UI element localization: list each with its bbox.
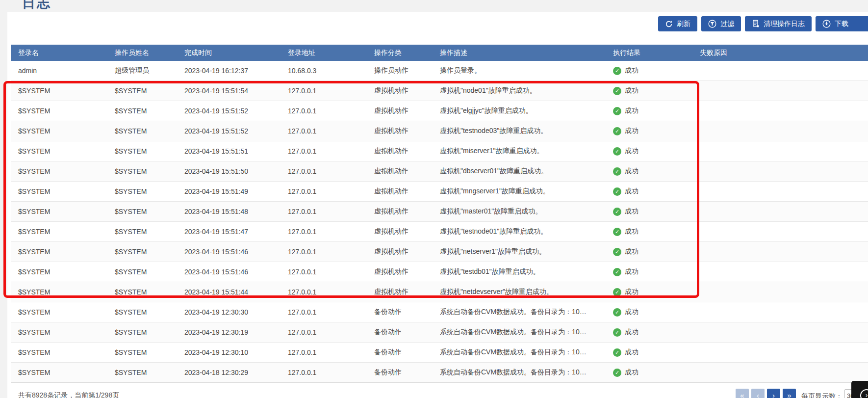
cell-finish-time: 2023-04-19 16:12:37 <box>177 61 281 81</box>
success-check-icon: ✓ <box>613 308 621 317</box>
cell-description: 虚拟机"testdb01"故障重启成功。 <box>433 262 606 282</box>
table-row: admin超级管理员2023-04-19 16:12:3710.68.0.3操作… <box>11 61 868 81</box>
record-count-summary: 共有8928条记录，当前第1/298页 <box>18 391 119 398</box>
cell-result: ✓成功 <box>606 363 692 383</box>
result-status-text: 成功 <box>625 368 638 377</box>
cell-login: $SYSTEM <box>11 182 107 202</box>
cell-login: $SYSTEM <box>11 363 107 383</box>
success-check-icon: ✓ <box>613 288 621 296</box>
refresh-icon <box>665 20 673 28</box>
col-header-failure-reason: 失败原因 <box>692 45 868 61</box>
filter-button[interactable]: 过滤 <box>701 16 741 31</box>
page-size-label: 每页显示数： <box>801 392 842 398</box>
cell-operator: $SYSTEM <box>107 343 177 363</box>
cell-description: 系统自动备份CVM数据成功。备份目录为：10… <box>433 363 606 383</box>
table-row: $SYSTEM$SYSTEM2023-04-19 15:51:46127.0.0… <box>11 262 868 282</box>
table-row: $SYSTEM$SYSTEM2023-04-19 15:51:51127.0.0… <box>11 141 868 161</box>
cell-result: ✓成功 <box>606 202 692 222</box>
cell-failure-reason <box>692 81 868 101</box>
first-page-button[interactable]: « <box>736 389 749 398</box>
cell-finish-time: 2023-04-19 15:51:48 <box>177 202 281 222</box>
table-row: $SYSTEM$SYSTEM2023-04-19 15:51:52127.0.0… <box>11 101 868 121</box>
cell-finish-time: 2023-04-19 15:51:51 <box>177 141 281 161</box>
refresh-button[interactable]: 刷新 <box>658 16 697 31</box>
cell-failure-reason <box>692 141 868 161</box>
cell-category: 备份动作 <box>367 322 433 343</box>
success-check-icon: ✓ <box>613 147 621 156</box>
cell-login-address: 127.0.0.1 <box>281 262 367 282</box>
corner-expand-widget[interactable]: › <box>851 381 868 398</box>
cell-login-address: 127.0.0.1 <box>281 121 367 141</box>
table-row: $SYSTEM$SYSTEM2023-04-19 12:30:10127.0.0… <box>11 343 868 363</box>
cell-login-address: 127.0.0.1 <box>281 282 367 302</box>
cell-category: 备份动作 <box>367 343 433 363</box>
cell-result: ✓成功 <box>606 242 692 262</box>
success-check-icon: ✓ <box>613 228 621 236</box>
cell-login-address: 127.0.0.1 <box>281 161 367 182</box>
cell-category: 虚拟机动作 <box>367 81 433 101</box>
cell-category: 虚拟机动作 <box>367 262 433 282</box>
cell-description: 虚拟机"netserver1"故障重启成功。 <box>433 242 606 262</box>
result-status-text: 成功 <box>625 247 638 256</box>
operation-log-table: 登录名 操作员姓名 完成时间 登录地址 操作分类 操作描述 执行结果 失败原因 … <box>11 45 868 383</box>
cell-description: 虚拟机"dbserver01"故障重启成功。 <box>433 161 606 182</box>
cell-finish-time: 2023-04-19 12:30:19 <box>177 322 281 343</box>
success-check-icon: ✓ <box>613 328 621 337</box>
cell-login-address: 10.68.0.3 <box>281 61 367 81</box>
cell-operator: $SYSTEM <box>107 141 177 161</box>
result-status-text: 成功 <box>625 267 638 276</box>
cell-category: 虚拟机动作 <box>367 141 433 161</box>
cell-result: ✓成功 <box>606 182 692 202</box>
cell-failure-reason <box>692 61 868 81</box>
cell-login-address: 127.0.0.1 <box>281 343 367 363</box>
cell-failure-reason <box>692 101 868 121</box>
cell-category: 操作员动作 <box>367 61 433 81</box>
col-header-category: 操作分类 <box>367 45 433 61</box>
table-row: $SYSTEM$SYSTEM2023-04-19 15:51:47127.0.0… <box>11 222 868 242</box>
cell-login-address: 127.0.0.1 <box>281 202 367 222</box>
success-check-icon: ✓ <box>613 67 621 75</box>
cell-login: $SYSTEM <box>11 222 107 242</box>
cell-description: 操作员登录。 <box>433 61 606 81</box>
cell-operator: $SYSTEM <box>107 302 177 322</box>
result-status-text: 成功 <box>625 187 638 196</box>
result-status-text: 成功 <box>625 288 638 296</box>
cell-failure-reason <box>692 302 868 322</box>
cell-operator: $SYSTEM <box>107 282 177 302</box>
result-status-text: 成功 <box>625 106 638 115</box>
cell-operator: $SYSTEM <box>107 322 177 343</box>
clear-log-icon <box>752 20 760 28</box>
cell-failure-reason <box>692 222 868 242</box>
cell-finish-time: 2023-04-19 15:51:52 <box>177 121 281 141</box>
download-button[interactable]: 下载 <box>816 16 868 31</box>
download-icon <box>822 20 831 28</box>
success-check-icon: ✓ <box>613 187 621 196</box>
clear-log-button[interactable]: 清理操作日志 <box>745 16 812 31</box>
cell-result: ✓成功 <box>606 61 692 81</box>
cell-finish-time: 2023-04-19 12:30:30 <box>177 302 281 322</box>
next-page-button[interactable]: › <box>767 389 780 398</box>
success-check-icon: ✓ <box>613 369 621 377</box>
prev-page-button[interactable]: ‹ <box>751 389 765 398</box>
success-check-icon: ✓ <box>613 248 621 256</box>
cell-result: ✓成功 <box>606 343 692 363</box>
cell-category: 虚拟机动作 <box>367 242 433 262</box>
clear-log-label: 清理操作日志 <box>764 20 805 28</box>
success-check-icon: ✓ <box>613 268 621 276</box>
cell-operator: $SYSTEM <box>107 101 177 121</box>
cell-login: $SYSTEM <box>11 343 107 363</box>
success-check-icon: ✓ <box>613 167 621 176</box>
filter-label: 过滤 <box>720 20 734 28</box>
result-status-text: 成功 <box>625 127 638 135</box>
cell-operator: $SYSTEM <box>107 242 177 262</box>
cell-failure-reason <box>692 262 868 282</box>
cell-login-address: 127.0.0.1 <box>281 242 367 262</box>
cell-login: admin <box>11 61 107 81</box>
table-row: $SYSTEM$SYSTEM2023-04-19 15:51:50127.0.0… <box>11 161 868 182</box>
last-page-button[interactable]: » <box>783 389 796 398</box>
cell-login: $SYSTEM <box>11 141 107 161</box>
cell-result: ✓成功 <box>606 121 692 141</box>
cell-finish-time: 2023-04-19 15:51:46 <box>177 242 281 262</box>
cell-result: ✓成功 <box>606 322 692 343</box>
cell-failure-reason <box>692 322 868 343</box>
